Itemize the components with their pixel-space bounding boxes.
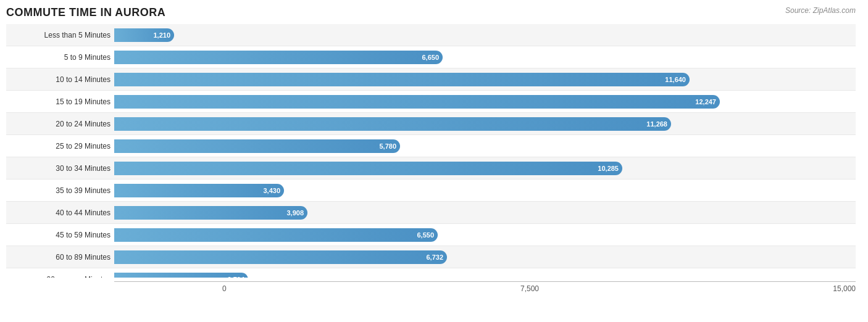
bar-row: 30 to 34 Minutes10,285 [6,157,856,180]
x-axis-label: 7,500 [520,284,539,293]
bar-row: 10 to 14 Minutes11,640 [6,68,856,91]
bar-track: 3,908 [114,206,856,220]
chart-inner: Less than 5 Minutes1,2105 to 9 Minutes6,… [6,24,856,293]
bar-fill: 1,210 [114,28,174,42]
bar-row: 90 or more Minutes2,704 [6,268,856,278]
bar-row: 20 to 24 Minutes11,268 [6,113,856,135]
bar-value-inside: 6,550 [417,231,434,239]
bar-row: 40 to 44 Minutes3,908 [6,202,856,224]
bar-fill: 10,285 [114,162,622,175]
bar-fill: 6,732 [114,250,447,264]
bar-value-inside: 10,285 [598,165,619,172]
bar-value-inside: 6,732 [426,254,443,261]
bar-row: 60 to 89 Minutes6,732 [6,246,856,268]
bar-track: 2,704 [114,273,856,278]
bar-value-inside: 3,908 [286,209,304,217]
bar-track: 10,285 [114,162,856,175]
bar-label: 20 to 24 Minutes [6,120,114,128]
bar-label: 40 to 44 Minutes [6,208,114,217]
bar-label: 90 or more Minutes [6,275,114,278]
chart-title: COMMUTE TIME IN AURORA [6,6,165,19]
bar-fill: 3,908 [114,206,307,220]
bar-track: 6,550 [114,228,856,242]
bar-fill: 6,550 [114,228,438,242]
bar-value-inside: 6,650 [422,54,439,61]
bar-fill: 3,430 [114,184,284,197]
bar-label: 25 to 29 Minutes [6,142,114,151]
bar-fill: 11,268 [114,117,671,131]
bars-wrapper: Less than 5 Minutes1,2105 to 9 Minutes6,… [6,24,856,278]
bar-value-inside: 12,247 [695,98,716,105]
bar-value-inside: 3,430 [263,187,280,194]
bar-track: 6,732 [114,250,856,264]
chart-container: COMMUTE TIME IN AURORA Source: ZipAtlas.… [0,0,868,322]
bar-row: 25 to 29 Minutes5,780 [6,135,856,157]
bar-track: 6,650 [114,51,856,64]
x-axis-area: 07,50015,000 [114,281,856,293]
bar-row: 5 to 9 Minutes6,650 [6,46,856,68]
bar-track: 1,210 [114,28,856,42]
bar-fill: 5,780 [114,139,400,153]
bar-value-inside: 11,640 [665,76,686,83]
bar-track: 11,268 [114,117,856,131]
bar-value-inside: 1,210 [153,31,170,39]
bar-label: 10 to 14 Minutes [6,75,114,84]
bar-value-inside: 11,268 [646,120,667,128]
bar-fill: 12,247 [114,95,720,109]
bar-fill: 6,650 [114,51,443,64]
bar-fill: 2,704 [114,273,248,278]
bar-label: 45 to 59 Minutes [6,231,114,239]
x-axis-labels: 07,50015,000 [222,284,856,293]
bar-label: Less than 5 Minutes [6,31,114,39]
bar-track: 3,430 [114,184,856,197]
bar-label: 35 to 39 Minutes [6,186,114,195]
bar-label: 15 to 19 Minutes [6,97,114,106]
bar-label: 60 to 89 Minutes [6,253,114,262]
bars-area: Less than 5 Minutes1,2105 to 9 Minutes6,… [6,24,856,278]
chart-header: COMMUTE TIME IN AURORA Source: ZipAtlas.… [6,6,856,19]
bar-row: 45 to 59 Minutes6,550 [6,224,856,246]
bar-track: 5,780 [114,139,856,153]
bar-value-inside: 5,780 [379,142,396,150]
bar-row: Less than 5 Minutes1,210 [6,24,856,46]
x-axis-label: 15,000 [833,284,856,293]
x-axis-label: 0 [222,284,227,293]
bar-track: 12,247 [114,95,856,109]
bar-row: 15 to 19 Minutes12,247 [6,91,856,113]
bar-label: 30 to 34 Minutes [6,164,114,173]
bar-row: 35 to 39 Minutes3,430 [6,180,856,202]
bar-fill: 11,640 [114,73,690,86]
bar-label: 5 to 9 Minutes [6,53,114,62]
chart-source: Source: ZipAtlas.com [785,6,856,15]
bar-value-inside: 2,704 [227,276,244,278]
bar-track: 11,640 [114,73,856,86]
